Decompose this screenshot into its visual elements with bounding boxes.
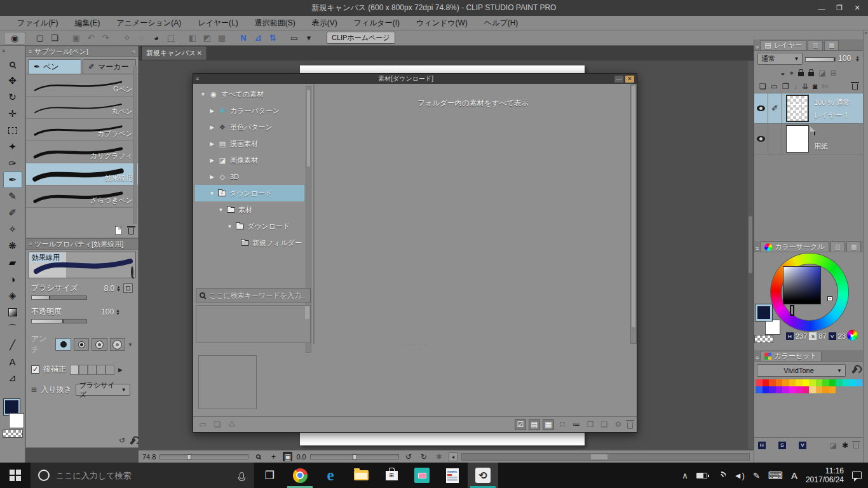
color-swatch[interactable] — [803, 379, 810, 386]
rotate-right-button[interactable]: ↻ — [418, 452, 430, 462]
background-color-swatch[interactable] — [9, 413, 24, 428]
color-swatch[interactable] — [803, 386, 810, 393]
panel-menu-icon[interactable]: ≡ — [29, 48, 32, 55]
dialog-splitter-vertical[interactable] — [313, 85, 315, 344]
new-subtool-icon[interactable] — [115, 226, 122, 234]
import-material-icon[interactable]: ❐ — [585, 419, 596, 430]
zoom-out-button[interactable] — [252, 452, 264, 462]
color-mode-toggle-icon[interactable]: ▶ — [847, 330, 858, 341]
taskbar-store[interactable]: ⊞ — [376, 463, 407, 488]
line-correct-tool[interactable]: ⊿ — [3, 370, 22, 386]
tag-list-area[interactable] — [196, 305, 311, 343]
color-swatch[interactable] — [836, 379, 843, 386]
zoom-in-button[interactable]: + — [268, 452, 279, 462]
color-swatch[interactable] — [849, 379, 856, 386]
microphone-icon[interactable] — [240, 472, 244, 479]
brush-size-slider[interactable] — [31, 295, 87, 300]
taskbar-chrome[interactable] — [285, 463, 315, 488]
gradient-tool[interactable] — [3, 304, 22, 320]
tree-expand-icon[interactable]: ▼ — [218, 207, 224, 213]
color-swatch[interactable] — [769, 386, 776, 393]
layer-row-1[interactable]: ✐ 100 % 通常 レイヤー 1 — [754, 93, 863, 124]
dialog-close-button[interactable]: ✕ — [625, 76, 634, 83]
hand-tool[interactable]: ✥ — [3, 72, 22, 89]
pen-settings-icon[interactable]: ✎ — [753, 471, 760, 480]
fill-tool[interactable]: ◈ — [3, 287, 22, 304]
taskbar-clip-studio[interactable]: ⟲ — [468, 463, 498, 488]
taskbar-search-box[interactable] — [31, 463, 254, 488]
subtool-item[interactable]: 丸ペン — [26, 97, 138, 119]
window-minimize-button[interactable]: — — [813, 2, 830, 14]
blend-mode-dropdown[interactable]: 通常 ▼ — [757, 53, 803, 65]
tree-item-manga-material[interactable]: ▶ ▤ 漫画素材 — [195, 135, 304, 152]
tab-color-circle[interactable]: カラーサークル — [760, 241, 829, 252]
select-dots-icon[interactable]: ⁘ — [120, 32, 134, 44]
correction-level-2[interactable] — [79, 365, 88, 375]
expand-panels-icon[interactable]: » — [865, 30, 867, 35]
dropdown-arrow-icon[interactable]: ▾ — [302, 32, 316, 44]
tree-expand-icon[interactable]: ▼ — [200, 92, 206, 97]
correction-next-icon[interactable]: ▶ — [118, 367, 123, 373]
sort-hue-button[interactable]: H — [758, 442, 766, 449]
hue-cursor[interactable] — [790, 305, 794, 316]
through-icon[interactable]: ◒ — [780, 69, 785, 78]
collapsed-panel-strip[interactable]: » — [863, 30, 868, 463]
volume-icon[interactable]: ◄) — [734, 471, 745, 480]
menu-animation[interactable]: アニメーション(A) — [108, 16, 189, 30]
tab-close-icon[interactable]: ✕ — [197, 50, 202, 57]
material-search-input[interactable] — [209, 292, 304, 299]
color-swatch[interactable] — [769, 379, 776, 386]
document-tab[interactable]: 新規キャンバス ✕ — [141, 46, 207, 60]
tab-color-slider[interactable]: ▥ — [831, 241, 845, 252]
screen-settings-icon[interactable]: ▭ — [287, 32, 301, 44]
tree-expand-icon[interactable]: ▶ — [209, 174, 215, 180]
color-swatch[interactable] — [782, 379, 789, 386]
touch-keyboard-icon[interactable]: ⌨ — [768, 470, 783, 482]
canvas-vertical-scrollbar[interactable] — [748, 61, 753, 449]
rotation-slider[interactable] — [310, 454, 399, 459]
panel-menu-icon[interactable]: ≡ — [756, 44, 759, 50]
delete-folder-icon[interactable]: ♺ — [226, 419, 238, 430]
brush-size-value[interactable]: 8.0 — [104, 284, 114, 293]
tree-expand-icon[interactable]: ▶ — [209, 158, 215, 163]
deselect-icon[interactable]: ◌ — [135, 32, 149, 44]
tree-expand-icon[interactable]: ▶ — [209, 125, 215, 130]
add-color-icon[interactable]: ✱ — [842, 441, 848, 450]
reset-view-button[interactable]: ✱ — [433, 452, 445, 462]
transparent-color-swatch[interactable] — [754, 335, 773, 343]
correction-level-5[interactable] — [105, 365, 114, 375]
line-tool[interactable]: ╱ — [3, 337, 22, 353]
color-swatch[interactable] — [789, 386, 796, 393]
tab-color-set[interactable]: カラーセット — [760, 351, 821, 361]
delete-layer-icon[interactable] — [852, 82, 858, 90]
color-set-dropdown[interactable]: VividTone ▼ — [757, 364, 846, 377]
subtool-scrollbar[interactable] — [133, 65, 137, 224]
tree-item-color-pattern[interactable]: ▶ ❖ カラーパターン — [195, 102, 304, 119]
opacity-value[interactable]: 100 — [101, 308, 114, 316]
move-tool[interactable]: ✛ — [3, 105, 22, 122]
collapse-icon[interactable]: « — [132, 48, 135, 55]
tree-item-image-material[interactable]: ▶ ◪ 画像素材 — [195, 152, 304, 168]
tree-item-download[interactable]: ▼ ダウンロード — [195, 185, 304, 201]
pen-tool[interactable]: ✒ — [3, 172, 22, 188]
tree-expand-icon[interactable]: ▶ — [209, 141, 215, 147]
detail-view-icon[interactable]: ≔ — [571, 419, 582, 430]
tree-item-3d[interactable]: ▶ ◇ 3D — [195, 168, 304, 185]
clip-studio-logo-icon[interactable]: ◉ — [4, 32, 25, 44]
correction-level-3[interactable] — [88, 365, 97, 375]
brush-size-option-button[interactable] — [123, 283, 133, 293]
taskbar-explorer[interactable] — [346, 463, 376, 488]
selection-tool[interactable] — [3, 122, 22, 139]
free-transform-icon[interactable]: ◩ — [200, 32, 214, 44]
window-maximize-button[interactable]: ❐ — [831, 2, 848, 14]
taskbar-news[interactable]: news — [437, 463, 468, 488]
layer-thumbnail[interactable] — [786, 125, 809, 152]
snap-special-ruler-icon[interactable]: ⊿ — [251, 32, 265, 44]
color-swatch[interactable] — [829, 379, 836, 386]
decoration-tool[interactable]: ❋ — [3, 238, 22, 254]
tree-item-download-sub[interactable]: ▼ ダウンロード — [195, 218, 304, 234]
color-swatch[interactable] — [809, 386, 816, 393]
layer-visibility-icon[interactable] — [757, 136, 765, 142]
list-view-icon[interactable]: ▤ — [529, 419, 540, 430]
tree-expand-icon[interactable]: ▼ — [209, 191, 215, 196]
